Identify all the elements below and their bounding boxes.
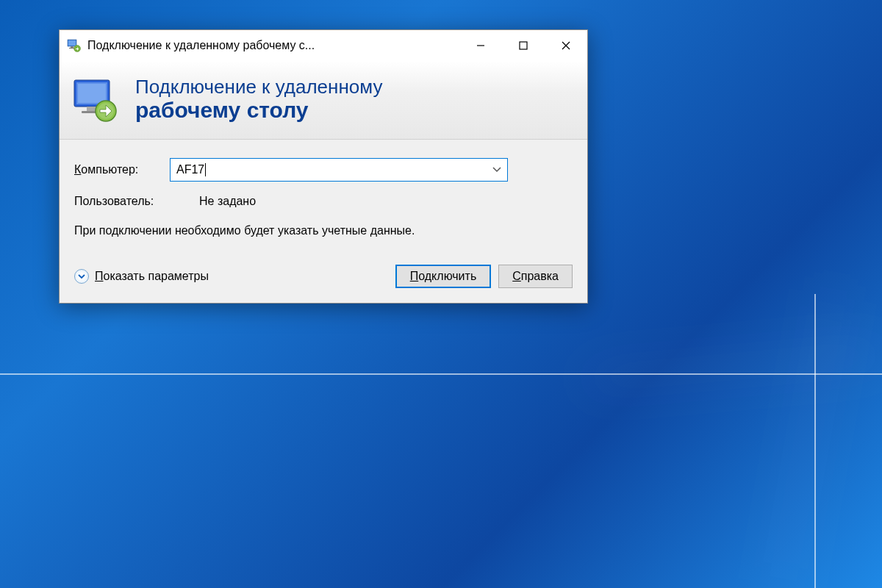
rdp-monitor-icon — [71, 74, 122, 126]
desktop-bg-ray — [814, 294, 816, 588]
maximize-button[interactable] — [502, 30, 545, 61]
desktop-bg-ray — [0, 373, 882, 375]
close-button[interactable] — [545, 30, 587, 61]
rdp-window: Подключение к удаленному рабочему с... — [59, 29, 588, 304]
rdp-app-icon — [67, 38, 82, 53]
svg-rect-1 — [68, 40, 76, 46]
credentials-info: При подключении необходимо будет указать… — [74, 223, 573, 239]
help-button[interactable]: Справка — [498, 265, 573, 288]
minimize-button[interactable] — [459, 30, 502, 61]
desktop-bg-ray — [589, 353, 882, 381]
computer-input-value: AF17 — [176, 163, 204, 176]
header-line2: рабочему столу — [135, 97, 382, 123]
desktop-bg-ray — [781, 296, 833, 586]
chevron-down-icon[interactable] — [492, 165, 501, 174]
header-banner: Подключение к удаленному рабочему столу — [60, 61, 587, 140]
connect-button[interactable]: Подключить — [395, 265, 491, 288]
show-options-link[interactable]: Показать параметры — [74, 269, 388, 284]
titlebar[interactable]: Подключение к удаленному рабочему с... — [60, 30, 587, 61]
svg-rect-11 — [78, 84, 106, 103]
header-line1: Подключение к удаленному — [135, 76, 382, 98]
computer-label: Компьютер: — [74, 163, 170, 176]
footer-row: Показать параметры Подключить Справка — [74, 265, 573, 288]
user-row: Пользователь: Не задано — [74, 195, 573, 208]
window-title: Подключение к удаленному рабочему с... — [87, 39, 459, 52]
computer-input[interactable] — [206, 163, 492, 176]
user-value: Не задано — [199, 195, 256, 208]
svg-rect-2 — [71, 46, 74, 48]
user-label: Пользователь: — [74, 195, 199, 208]
computer-row: Компьютер: AF17 — [74, 158, 573, 182]
show-options-label: Показать параметры — [95, 270, 209, 283]
header-text: Подключение к удаленному рабочему столу — [135, 76, 382, 124]
content-area: Компьютер: AF17 Пользователь: Не задано … — [60, 140, 587, 303]
computer-combobox[interactable]: AF17 — [170, 158, 508, 182]
svg-rect-6 — [520, 42, 527, 49]
expand-down-icon — [74, 269, 89, 284]
